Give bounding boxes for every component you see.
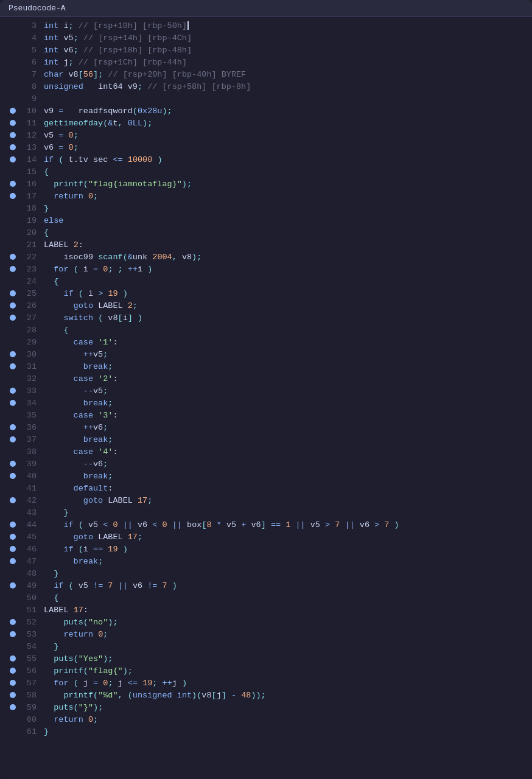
breakpoint-dot <box>10 181 16 187</box>
line-number: 58 <box>19 691 37 700</box>
line-number: 59 <box>19 703 37 712</box>
breakpoint-dot <box>10 607 16 613</box>
titlebar: Pseudocode-A <box>0 0 532 17</box>
line-number: 55 <box>19 654 37 663</box>
breakpoint-dot <box>10 497 16 503</box>
breakpoint-dot <box>10 47 16 53</box>
line-number: 38 <box>19 447 37 456</box>
code-line: switch ( v8[i] ) <box>44 312 532 324</box>
window: Pseudocode-A 345678910111213141516171819… <box>0 0 532 779</box>
line-number: 9 <box>19 94 37 103</box>
code-line: v6 = 0; <box>44 141 532 153</box>
code-line: { <box>44 324 532 336</box>
line-number: 5 <box>19 46 37 55</box>
code-line: char v8[56]; // [rsp+20h] [rbp-40h] BYRE… <box>44 68 532 80</box>
breakpoint-dot <box>10 449 16 455</box>
breakpoint-dot <box>10 570 16 576</box>
code-line: int v5; // [rsp+14h] [rbp-4Ch] <box>44 32 532 44</box>
code-line: if ( v5 != 7 || v6 != 7 ) <box>44 579 532 592</box>
line-number: 11 <box>19 119 37 128</box>
code-line: printf("flag{iamnotaflag}"); <box>44 178 532 190</box>
breakpoint-dot <box>10 461 16 467</box>
line-number: 18 <box>19 204 37 213</box>
line-number: 45 <box>19 533 37 542</box>
code-line: break; <box>44 360 532 372</box>
code-line: if ( t.tv sec <= 10000 ) <box>44 153 532 166</box>
code-line: if ( v5 < 0 || v6 < 0 || box[8 * v5 + v6… <box>44 519 532 531</box>
breakpoint-dot <box>10 643 16 649</box>
line-number: 54 <box>19 642 37 651</box>
line-number: 22 <box>19 253 37 262</box>
code-line: } <box>44 567 532 579</box>
code-line: gettimeofday(&t, 0LL); <box>44 117 532 129</box>
breakpoint-dot <box>10 631 16 637</box>
line-number: 12 <box>19 131 37 140</box>
breakpoint-dot <box>10 23 16 29</box>
breakpoint-dot <box>10 619 16 625</box>
line-number: 32 <box>19 374 37 383</box>
breakpoint-dot <box>10 35 16 41</box>
line-number: 42 <box>19 496 37 505</box>
code-line: goto LABEL 2; <box>44 299 532 312</box>
code-line: goto LABEL 17; <box>44 531 532 543</box>
breakpoint-dot <box>10 132 16 138</box>
code-line: printf("%d", (unsigned int)(v8[j] - 48))… <box>44 689 532 701</box>
code-line: v5 = 0; <box>44 129 532 141</box>
breakpoint-dot <box>10 436 16 442</box>
breakpoint-dot <box>10 558 16 564</box>
code-line: LABEL 17: <box>44 604 532 616</box>
line-number: 36 <box>19 423 37 432</box>
code-line: } <box>44 725 532 738</box>
breakpoint-dot <box>10 716 16 722</box>
line-number: 28 <box>19 326 37 335</box>
code-line: return 0; <box>44 713 532 725</box>
line-number: 48 <box>19 569 37 578</box>
line-number: 50 <box>19 593 37 603</box>
breakpoint-dot <box>10 509 16 515</box>
code-line: unsigned int64 v9; // [rsp+58h] [rbp-8h] <box>44 80 532 93</box>
line-number: 15 <box>19 167 37 176</box>
breakpoint-dot <box>10 655 16 662</box>
breakpoint-dot <box>10 254 16 260</box>
code-line: case '4': <box>44 445 532 458</box>
code-line: break; <box>44 397 532 409</box>
breakpoint-dot <box>10 193 16 199</box>
line-number: 4 <box>19 33 37 43</box>
line-number: 37 <box>19 435 37 444</box>
line-number: 49 <box>19 581 37 590</box>
line-number: 44 <box>19 520 37 529</box>
line-number: 8 <box>19 82 37 91</box>
breakpoint-dot <box>10 144 16 150</box>
line-number: 3 <box>19 21 37 30</box>
line-number: 33 <box>19 386 37 396</box>
code-line: goto LABEL 17; <box>44 494 532 506</box>
line-number: 24 <box>19 277 37 286</box>
breakpoint-dot <box>10 217 16 223</box>
code-line: break; <box>44 555 532 567</box>
code-line: { <box>44 226 532 239</box>
breakpoint-dot <box>10 302 16 309</box>
line-number: 29 <box>19 338 37 347</box>
code-line: for ( i = 0; ; ++i ) <box>44 263 532 275</box>
code-area: 3456789101112131415161718192021222324252… <box>0 17 532 738</box>
line-number: 13 <box>19 143 37 152</box>
code-line: } <box>44 640 532 652</box>
code-line: --v6; <box>44 458 532 470</box>
line-number: 61 <box>19 727 37 736</box>
breakpoint-dot <box>10 83 16 89</box>
line-number: 56 <box>19 666 37 676</box>
breakpoint-dot <box>10 363 16 369</box>
code-line: LABEL 2: <box>44 239 532 251</box>
breakpoint-dot <box>10 388 16 394</box>
line-number: 20 <box>19 228 37 237</box>
line-number: 40 <box>19 472 37 481</box>
code-line: int j; // [rsp+1Ch] [rbp-44h] <box>44 56 532 68</box>
code-line: int v6; // [rsp+18h] [rbp-48h] <box>44 44 532 56</box>
breakpoint-dot <box>10 242 16 248</box>
code-line: v9 = readfsqword(0x28u); <box>44 105 532 117</box>
code-line: ++v6; <box>44 421 532 433</box>
line-number: 30 <box>19 350 37 359</box>
breakpoint-dot <box>10 424 16 430</box>
breakpoint-dot <box>10 96 16 102</box>
code-line: int i; // [rsp+10h] [rbp-50h] <box>44 19 532 32</box>
